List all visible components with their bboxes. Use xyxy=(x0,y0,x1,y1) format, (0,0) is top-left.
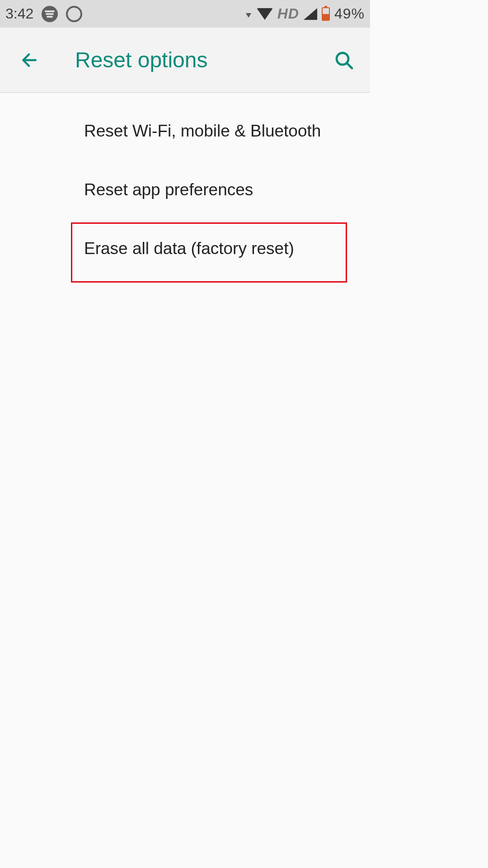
wifi-icon xyxy=(257,8,273,20)
status-time: 3:42 xyxy=(5,5,33,22)
status-left-cluster: 3:42 xyxy=(5,5,82,22)
dropdown-caret-icon xyxy=(246,13,251,18)
page-title: Reset options xyxy=(75,47,208,72)
option-label: Reset Wi-Fi, mobile & Bluetooth xyxy=(84,122,321,140)
hd-indicator: HD xyxy=(277,5,299,22)
battery-level xyxy=(323,14,329,20)
reset-app-prefs-option[interactable]: Reset app preferences xyxy=(0,160,370,219)
spotify-icon xyxy=(42,6,58,22)
option-label: Erase all data (factory reset) xyxy=(84,239,294,258)
app-bar: Reset options xyxy=(0,28,370,93)
battery-icon xyxy=(322,7,330,21)
reset-options-list: Reset Wi-Fi, mobile & Bluetooth Reset ap… xyxy=(0,93,370,278)
option-label: Reset app preferences xyxy=(84,180,253,199)
search-icon xyxy=(333,49,355,71)
back-button[interactable] xyxy=(16,47,43,74)
circle-outline-icon xyxy=(66,6,82,22)
reset-network-option[interactable]: Reset Wi-Fi, mobile & Bluetooth xyxy=(0,102,370,160)
status-bar: 3:42 HD 49% xyxy=(0,0,370,28)
battery-percentage: 49% xyxy=(334,5,365,22)
svg-line-1 xyxy=(347,63,352,68)
search-button[interactable] xyxy=(330,47,357,74)
cellular-signal-icon xyxy=(304,8,317,20)
arrow-left-icon xyxy=(20,50,40,70)
status-right-cluster: HD 49% xyxy=(246,5,365,22)
factory-reset-option[interactable]: Erase all data (factory reset) xyxy=(0,219,370,278)
